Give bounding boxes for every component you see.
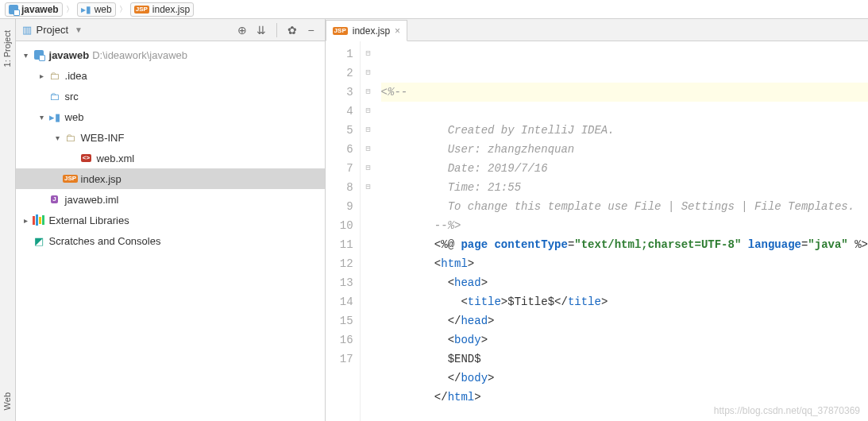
code-text: Date: 2019/7/16	[434, 162, 548, 175]
editor-tab-bar: JSP index.jsp ×	[326, 19, 868, 41]
tree-node-webxml[interactable]: <> web.xml	[16, 148, 325, 168]
tree-node-idea[interactable]: ▸ 🗀 .idea	[16, 65, 325, 86]
breadcrumb-item-file[interactable]: JSP index.jsp	[130, 2, 195, 17]
code-text: body	[461, 372, 488, 384]
line-number: 8	[326, 178, 353, 197]
tree-node-scratches[interactable]: ◩ Scratches and Consoles	[16, 230, 325, 251]
locate-icon[interactable]: ⊕	[235, 23, 249, 37]
breadcrumb-item-web[interactable]: ▸▮ web	[77, 2, 116, 17]
breadcrumb-label: index.jsp	[152, 4, 190, 15]
line-gutter: 1 2 3 4 5 6 7 8 9 10 11 12 13 14 15 16 1…	[326, 41, 361, 421]
line-number: 7	[326, 159, 353, 178]
collapse-all-icon[interactable]: ⇊	[254, 23, 268, 37]
tree-path: D:\ideawork\javaweb	[92, 49, 187, 61]
xml-icon: <>	[79, 152, 94, 164]
code-text: <%@	[434, 238, 461, 251]
code-text: </	[434, 391, 448, 404]
divider	[276, 23, 277, 37]
editor-tab[interactable]: JSP index.jsp ×	[326, 20, 408, 41]
hide-icon[interactable]: −	[304, 23, 318, 37]
chevron-right-icon: 〉	[119, 4, 127, 15]
code-text: <	[434, 334, 454, 346]
iml-icon: J	[48, 193, 62, 206]
close-icon[interactable]: ×	[395, 25, 400, 37]
tree-label: WEB-INF	[81, 132, 125, 144]
chevron-right-icon: 〉	[66, 4, 74, 15]
chevron-right-icon[interactable]: ▸	[21, 216, 32, 225]
tree-node-iml[interactable]: J javaweb.iml	[16, 189, 325, 210]
code-text: $Title$	[507, 295, 554, 308]
library-icon	[32, 214, 46, 226]
code-text: >	[601, 295, 608, 308]
tree-label: javaweb.iml	[65, 194, 119, 206]
code-text: </	[434, 372, 461, 384]
code-content[interactable]: <%-- Created by IntelliJ IDEA. User: zha…	[376, 41, 868, 421]
line-number: 10	[326, 216, 353, 235]
line-number: 13	[326, 273, 353, 292]
tree-label: .idea	[65, 70, 87, 82]
folder-icon: 🗀	[48, 69, 62, 82]
fold-gutter: ⊟⊟ ⊟⊟⊟⊟⊟⊟	[361, 41, 376, 421]
line-number: 17	[326, 350, 353, 369]
code-text: Time: 21:55	[434, 181, 521, 194]
chevron-down-icon[interactable]: ▾	[52, 133, 64, 142]
tree-label: External Libraries	[49, 214, 129, 226]
code-text: >	[488, 372, 494, 384]
line-number: 6	[326, 140, 353, 159]
tree-label: src	[65, 91, 79, 102]
tree-label: Scratches and Consoles	[49, 235, 161, 247]
tree-node-webinf[interactable]: ▾ 🗀 WEB-INF	[16, 127, 325, 148]
breadcrumb-label: web	[95, 4, 112, 15]
line-number: 5	[326, 121, 353, 140]
project-view-icon: ▥	[22, 24, 32, 36]
line-number: 3	[326, 83, 353, 102]
rail-web-button[interactable]: Web	[2, 388, 13, 415]
tree-label: web.xml	[97, 153, 135, 164]
code-text: >	[468, 257, 474, 270]
code-text: body	[454, 334, 481, 346]
code-text: <	[434, 295, 468, 308]
code-text: Created by IntelliJ IDEA.	[434, 124, 615, 137]
tree-node-src[interactable]: 🗀 src	[16, 86, 325, 106]
code-text: </	[434, 315, 461, 327]
code-text: "java"	[808, 238, 847, 251]
panel-title[interactable]: Project	[37, 24, 68, 36]
tree-node-indexjsp[interactable]: JSP index.jsp	[16, 168, 325, 189]
editor-area: JSP index.jsp × 1 2 3 4 5 6 7 8 9 10 11 …	[326, 19, 868, 421]
tree-node-root[interactable]: ▾ javaweb D:\ideawork\javaweb	[16, 44, 325, 65]
jsp-icon: JSP	[134, 6, 149, 14]
code-text: >	[501, 295, 507, 308]
tree-node-extlib[interactable]: ▸ External Libraries	[16, 210, 325, 230]
chevron-down-icon[interactable]: ▾	[21, 51, 32, 60]
breadcrumb: javaweb 〉 ▸▮ web 〉 JSP index.jsp	[0, 0, 868, 19]
line-number: 16	[326, 330, 353, 350]
chevron-down-icon[interactable]: ▾	[37, 113, 48, 122]
line-number: 4	[326, 102, 353, 121]
line-number: 11	[326, 235, 353, 254]
tree-label: javaweb	[49, 49, 90, 61]
code-text: head	[461, 315, 488, 327]
code-text: To change this template use File | Setti…	[434, 200, 854, 213]
chevron-down-icon[interactable]: ▼	[75, 25, 83, 34]
project-panel-header: ▥ Project ▼ ⊕ ⇊ ✿ −	[16, 19, 325, 41]
gear-icon[interactable]: ✿	[285, 23, 299, 37]
tree-node-web[interactable]: ▾ ▸▮ web	[16, 106, 325, 127]
folder-icon: 🗀	[64, 131, 78, 144]
code-text: >	[474, 391, 480, 404]
chevron-right-icon[interactable]: ▸	[37, 71, 48, 80]
code-text: html	[441, 257, 468, 270]
code-text: </	[554, 295, 568, 308]
code-text: "text/html;charset=UTF-8"	[574, 238, 741, 251]
code-text: >	[481, 276, 488, 289]
breadcrumb-label: javaweb	[21, 4, 59, 15]
code-text: title	[468, 295, 501, 308]
line-number: 2	[326, 64, 353, 83]
code-text: <	[434, 257, 441, 270]
module-icon	[32, 48, 46, 61]
rail-project-button[interactable]: 1: Project	[2, 25, 13, 71]
code-editor[interactable]: 1 2 3 4 5 6 7 8 9 10 11 12 13 14 15 16 1…	[326, 41, 868, 421]
code-text: <	[434, 276, 454, 289]
breadcrumb-item-project[interactable]: javaweb	[5, 2, 63, 17]
tree-label: index.jsp	[81, 173, 122, 185]
folder-icon: ▸▮	[48, 110, 62, 123]
